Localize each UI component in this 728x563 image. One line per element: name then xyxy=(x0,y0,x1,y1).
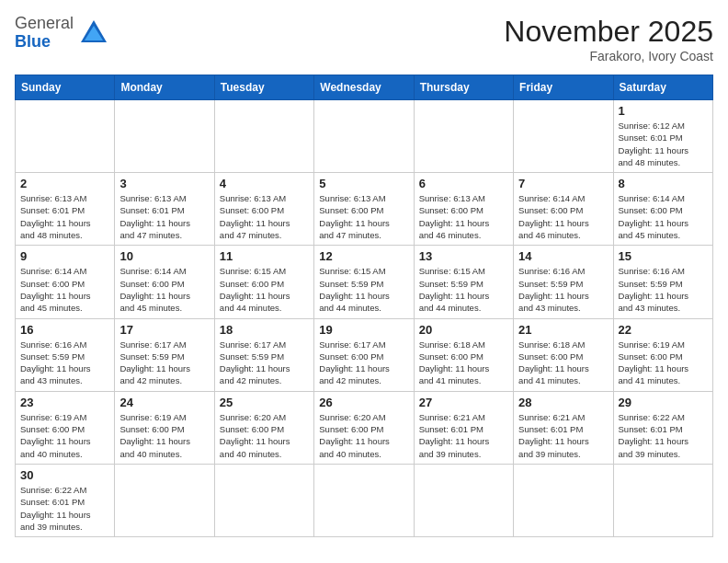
day-cell xyxy=(115,464,214,536)
day-info: Sunrise: 6:22 AM Sunset: 6:01 PM Dayligh… xyxy=(619,411,708,460)
day-number: 9 xyxy=(20,249,109,263)
day-number: 22 xyxy=(619,323,708,337)
day-number: 12 xyxy=(319,249,408,263)
day-cell xyxy=(115,100,214,173)
day-info: Sunrise: 6:16 AM Sunset: 5:59 PM Dayligh… xyxy=(518,265,608,314)
day-info: Sunrise: 6:20 AM Sunset: 6:00 PM Dayligh… xyxy=(220,411,309,460)
day-cell: 5Sunrise: 6:13 AM Sunset: 6:00 PM Daylig… xyxy=(314,173,414,246)
day-cell: 1Sunrise: 6:12 AM Sunset: 6:01 PM Daylig… xyxy=(613,100,712,173)
day-cell: 4Sunrise: 6:13 AM Sunset: 6:00 PM Daylig… xyxy=(214,173,313,246)
day-info: Sunrise: 6:19 AM Sunset: 6:00 PM Dayligh… xyxy=(119,411,209,460)
day-number: 13 xyxy=(419,249,508,263)
day-number: 18 xyxy=(220,323,309,337)
col-header-wednesday: Wednesday xyxy=(314,75,414,100)
day-number: 30 xyxy=(20,468,109,482)
day-cell: 19Sunrise: 6:17 AM Sunset: 6:00 PM Dayli… xyxy=(314,318,414,391)
day-cell: 3Sunrise: 6:13 AM Sunset: 6:01 PM Daylig… xyxy=(115,173,214,246)
col-header-saturday: Saturday xyxy=(613,75,712,100)
week-row-3: 16Sunrise: 6:16 AM Sunset: 5:59 PM Dayli… xyxy=(16,318,713,391)
day-cell xyxy=(314,100,414,173)
day-cell: 26Sunrise: 6:20 AM Sunset: 6:00 PM Dayli… xyxy=(314,391,414,464)
day-number: 11 xyxy=(220,249,309,263)
day-number: 4 xyxy=(220,177,309,190)
day-info: Sunrise: 6:19 AM Sunset: 6:00 PM Dayligh… xyxy=(20,411,109,460)
col-header-tuesday: Tuesday xyxy=(214,75,313,100)
day-cell xyxy=(514,100,613,173)
day-cell: 6Sunrise: 6:13 AM Sunset: 6:00 PM Daylig… xyxy=(414,173,513,246)
day-info: Sunrise: 6:18 AM Sunset: 6:00 PM Dayligh… xyxy=(419,339,508,387)
day-cell: 18Sunrise: 6:17 AM Sunset: 5:59 PM Dayli… xyxy=(214,318,313,391)
week-row-1: 2Sunrise: 6:13 AM Sunset: 6:01 PM Daylig… xyxy=(16,173,713,246)
day-cell: 17Sunrise: 6:17 AM Sunset: 5:59 PM Dayli… xyxy=(115,318,214,391)
logo-icon xyxy=(77,17,110,50)
day-cell: 7Sunrise: 6:14 AM Sunset: 6:00 PM Daylig… xyxy=(514,173,613,246)
day-info: Sunrise: 6:13 AM Sunset: 6:00 PM Dayligh… xyxy=(220,192,309,241)
day-info: Sunrise: 6:13 AM Sunset: 6:00 PM Dayligh… xyxy=(319,192,408,241)
day-info: Sunrise: 6:14 AM Sunset: 6:00 PM Dayligh… xyxy=(619,192,708,241)
day-cell: 21Sunrise: 6:18 AM Sunset: 6:00 PM Dayli… xyxy=(514,318,613,391)
subtitle: Farakoro, Ivory Coast xyxy=(504,49,713,63)
day-number: 1 xyxy=(619,104,708,118)
day-info: Sunrise: 6:22 AM Sunset: 6:01 PM Dayligh… xyxy=(20,484,109,533)
day-number: 20 xyxy=(419,323,508,337)
day-cell xyxy=(414,464,513,536)
day-info: Sunrise: 6:14 AM Sunset: 6:00 PM Dayligh… xyxy=(119,265,209,314)
day-number: 23 xyxy=(20,396,109,409)
day-number: 14 xyxy=(518,249,608,263)
day-cell xyxy=(314,464,414,536)
day-cell: 12Sunrise: 6:15 AM Sunset: 5:59 PM Dayli… xyxy=(314,246,414,318)
day-info: Sunrise: 6:21 AM Sunset: 6:01 PM Dayligh… xyxy=(419,411,508,460)
day-info: Sunrise: 6:16 AM Sunset: 5:59 PM Dayligh… xyxy=(619,265,708,314)
day-number: 21 xyxy=(518,323,608,337)
day-cell: 24Sunrise: 6:19 AM Sunset: 6:00 PM Dayli… xyxy=(115,391,214,464)
day-cell: 28Sunrise: 6:21 AM Sunset: 6:01 PM Dayli… xyxy=(514,391,613,464)
day-number: 15 xyxy=(619,249,708,263)
day-number: 28 xyxy=(518,396,608,409)
day-number: 25 xyxy=(220,396,309,409)
week-row-2: 9Sunrise: 6:14 AM Sunset: 6:00 PM Daylig… xyxy=(16,246,713,318)
week-row-0: 1Sunrise: 6:12 AM Sunset: 6:01 PM Daylig… xyxy=(16,100,713,173)
day-cell: 10Sunrise: 6:14 AM Sunset: 6:00 PM Dayli… xyxy=(115,246,214,318)
day-cell: 11Sunrise: 6:15 AM Sunset: 6:00 PM Dayli… xyxy=(214,246,313,318)
day-cell xyxy=(214,100,313,173)
logo-general: General xyxy=(15,14,74,32)
day-cell xyxy=(16,100,115,173)
day-number: 26 xyxy=(319,396,408,409)
day-info: Sunrise: 6:13 AM Sunset: 6:01 PM Dayligh… xyxy=(119,192,209,241)
day-cell: 20Sunrise: 6:18 AM Sunset: 6:00 PM Dayli… xyxy=(414,318,513,391)
day-cell: 29Sunrise: 6:22 AM Sunset: 6:01 PM Dayli… xyxy=(613,391,712,464)
day-info: Sunrise: 6:13 AM Sunset: 6:00 PM Dayligh… xyxy=(419,192,508,241)
col-header-friday: Friday xyxy=(514,75,613,100)
day-cell: 9Sunrise: 6:14 AM Sunset: 6:00 PM Daylig… xyxy=(16,246,115,318)
col-header-sunday: Sunday xyxy=(16,75,115,100)
day-number: 10 xyxy=(119,249,209,263)
day-number: 29 xyxy=(619,396,708,409)
day-number: 17 xyxy=(119,323,209,337)
day-info: Sunrise: 6:17 AM Sunset: 6:00 PM Dayligh… xyxy=(319,339,408,387)
col-header-thursday: Thursday xyxy=(414,75,513,100)
day-info: Sunrise: 6:12 AM Sunset: 6:01 PM Dayligh… xyxy=(619,120,708,168)
day-info: Sunrise: 6:16 AM Sunset: 5:59 PM Dayligh… xyxy=(20,339,109,387)
day-number: 6 xyxy=(419,177,508,190)
col-header-monday: Monday xyxy=(115,75,214,100)
day-info: Sunrise: 6:17 AM Sunset: 5:59 PM Dayligh… xyxy=(220,339,309,387)
day-number: 5 xyxy=(319,177,408,190)
day-number: 27 xyxy=(419,396,508,409)
day-info: Sunrise: 6:19 AM Sunset: 6:00 PM Dayligh… xyxy=(619,339,708,387)
day-cell: 15Sunrise: 6:16 AM Sunset: 5:59 PM Dayli… xyxy=(613,246,712,318)
day-number: 16 xyxy=(20,323,109,337)
day-info: Sunrise: 6:13 AM Sunset: 6:01 PM Dayligh… xyxy=(20,192,109,241)
day-number: 19 xyxy=(319,323,408,337)
day-cell xyxy=(214,464,313,536)
day-info: Sunrise: 6:15 AM Sunset: 5:59 PM Dayligh… xyxy=(419,265,508,314)
month-title: November 2025 xyxy=(504,15,713,49)
day-cell: 22Sunrise: 6:19 AM Sunset: 6:00 PM Dayli… xyxy=(613,318,712,391)
day-info: Sunrise: 6:17 AM Sunset: 5:59 PM Dayligh… xyxy=(119,339,209,387)
day-number: 7 xyxy=(518,177,608,190)
day-info: Sunrise: 6:15 AM Sunset: 5:59 PM Dayligh… xyxy=(319,265,408,314)
day-cell: 23Sunrise: 6:19 AM Sunset: 6:00 PM Dayli… xyxy=(16,391,115,464)
day-cell xyxy=(414,100,513,173)
day-cell: 2Sunrise: 6:13 AM Sunset: 6:01 PM Daylig… xyxy=(16,173,115,246)
day-cell: 30Sunrise: 6:22 AM Sunset: 6:01 PM Dayli… xyxy=(16,464,115,536)
day-number: 3 xyxy=(119,177,209,190)
